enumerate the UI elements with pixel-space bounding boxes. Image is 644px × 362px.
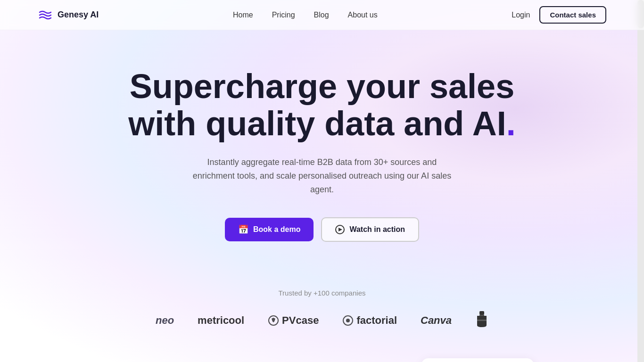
nav-home[interactable]: Home	[233, 11, 253, 19]
hero-subtitle: Instantly aggregate real-time B2B data f…	[185, 156, 459, 196]
logo-icon	[38, 8, 53, 23]
svg-rect-5	[477, 320, 487, 321]
login-button[interactable]: Login	[512, 11, 530, 19]
watch-action-button[interactable]: Watch in action	[321, 217, 419, 242]
brand-logo[interactable]: Genesy AI	[38, 8, 99, 23]
scrollbar[interactable]	[637, 0, 644, 362]
company-canva: Canva	[421, 314, 452, 327]
play-icon	[335, 225, 345, 234]
hero-title: Supercharge your sales with quality data…	[128, 68, 515, 142]
nav-about[interactable]: About us	[348, 11, 378, 19]
card-widget	[421, 358, 534, 362]
company-extra	[475, 311, 488, 330]
calendar-icon: 📅	[238, 224, 248, 235]
extra-logo-icon	[475, 311, 488, 328]
company-pvcase: PVcase	[268, 314, 319, 327]
svg-rect-4	[479, 315, 484, 316]
play-triangle	[339, 228, 342, 231]
hero-section: Supercharge your sales with quality data…	[0, 30, 644, 270]
navbar: Genesy AI Home Pricing Blog About us Log…	[0, 0, 644, 30]
nav-actions: Login Contact sales	[512, 6, 606, 24]
trusted-section: Trusted by +100 companies neo metricool …	[0, 270, 644, 349]
hero-buttons: 📅 Book a demo Watch in action	[225, 217, 419, 242]
company-neo: neo	[156, 314, 174, 327]
nav-links: Home Pricing Blog About us	[233, 11, 378, 19]
company-metricool: metricool	[198, 314, 244, 327]
company-factorial: factorial	[342, 314, 397, 327]
nav-pricing[interactable]: Pricing	[272, 11, 295, 19]
pvcase-logo-icon	[268, 315, 279, 326]
brand-name: Genesy AI	[58, 10, 99, 20]
trusted-label: Trusted by +100 companies	[279, 289, 366, 297]
contact-sales-button[interactable]: Contact sales	[539, 6, 606, 24]
svg-point-2	[346, 319, 350, 322]
book-demo-button[interactable]: 📅 Book a demo	[225, 218, 314, 241]
bottom-ui-section: in	[0, 349, 644, 362]
nav-blog[interactable]: Blog	[314, 11, 329, 19]
trusted-logos: neo metricool PVcase factorial Canva	[156, 311, 488, 330]
svg-rect-3	[479, 311, 484, 315]
factorial-logo-icon	[342, 315, 354, 326]
